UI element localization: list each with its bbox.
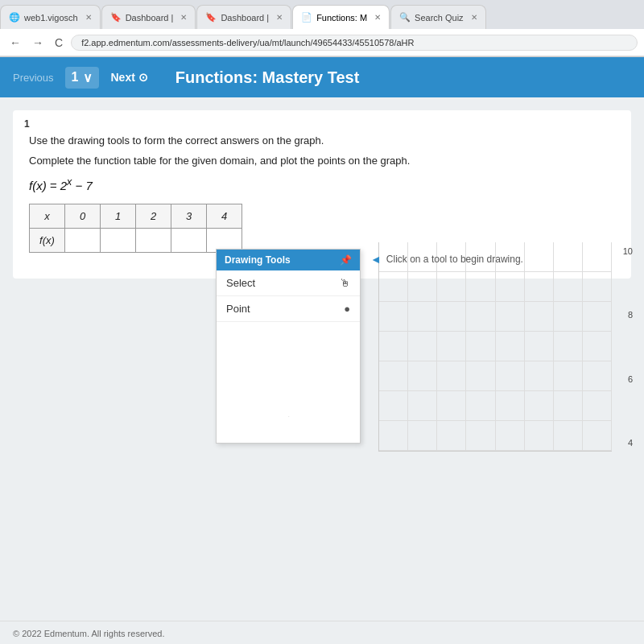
- grid-cell: [583, 391, 612, 421]
- table-header-x: x: [30, 204, 65, 229]
- grid-cell: [466, 421, 495, 451]
- browser-tab-tab2[interactable]: 🔖Dashboard |✕: [101, 5, 196, 29]
- click-hint: ◄ Click on a tool to begin drawing.: [370, 253, 523, 266]
- table-fx-label: f(x): [30, 229, 65, 253]
- grid-cell: [496, 272, 525, 302]
- grid-cell: [496, 332, 525, 361]
- tab-icon: 🔍: [399, 12, 411, 23]
- forward-button[interactable]: →: [29, 35, 47, 51]
- tab-close-icon[interactable]: ✕: [85, 13, 92, 22]
- body-text: Complete the function table for the give…: [29, 155, 615, 167]
- tab-icon: 🔖: [110, 12, 122, 23]
- next-label: Next: [110, 71, 134, 84]
- tab-icon: 🌐: [9, 12, 20, 23]
- grid-cell: [408, 332, 437, 361]
- question-number-label: 1: [72, 70, 79, 85]
- grid-cell: [437, 332, 466, 361]
- grid-cell: [496, 421, 525, 451]
- graph-canvas[interactable]: [378, 242, 612, 452]
- grid-cell: [496, 302, 525, 332]
- drawing-tools-title: Drawing Tools: [225, 254, 291, 266]
- select-tool[interactable]: Select 🖱: [217, 270, 360, 296]
- previous-button[interactable]: Previous: [13, 72, 54, 84]
- drawing-tools-panel: Drawing Tools 📌 Select 🖱 Point ● ·: [216, 249, 361, 444]
- grid-cell: [379, 361, 408, 391]
- grid-cell: [379, 332, 408, 361]
- grid-cell: [437, 391, 466, 421]
- tab-label: Search Quiz: [415, 13, 464, 23]
- grid-cell: [466, 302, 495, 332]
- table-header-1: 1: [101, 204, 136, 229]
- address-input[interactable]: [71, 35, 638, 51]
- grid-cell: [583, 302, 612, 332]
- table-header-0: 0: [65, 204, 101, 229]
- grid-cell: [583, 272, 612, 302]
- back-button[interactable]: ←: [6, 35, 24, 51]
- grid-lines: [379, 242, 612, 451]
- grid-cell: [525, 302, 554, 332]
- next-icon: ⊙: [138, 71, 148, 84]
- function-table: x 0 1 2 3 4 f(x): [29, 204, 242, 253]
- tabs-bar: 🌐web1.vigosch✕🔖Dashboard |✕🔖Dashboard |✕…: [0, 0, 644, 29]
- grid-cell: [437, 361, 466, 391]
- grid-cell: [525, 361, 554, 391]
- tab-label: web1.vigosch: [24, 13, 78, 23]
- browser-tab-tab4[interactable]: 📄Functions: M✕: [292, 5, 390, 29]
- tab-close-icon[interactable]: ✕: [374, 13, 381, 22]
- table-header-3: 3: [171, 204, 207, 229]
- table-cell-fx3[interactable]: [171, 229, 207, 253]
- grid-cell: [379, 421, 408, 451]
- grid-cell: [437, 421, 466, 451]
- grid-cell: [466, 272, 495, 302]
- drawing-tools-header: Drawing Tools 📌: [217, 250, 360, 270]
- tab-label: Dashboard |: [126, 13, 174, 23]
- question-number: 1: [24, 118, 30, 130]
- grid-cell: [437, 272, 466, 302]
- grid-cell: [466, 361, 495, 391]
- tab-close-icon[interactable]: ✕: [180, 13, 187, 22]
- next-button[interactable]: Next ⊙: [110, 71, 147, 84]
- grid-cell: [525, 391, 554, 421]
- grid-cell: [525, 332, 554, 361]
- question-number-selector[interactable]: 1 ∨: [65, 67, 100, 89]
- table-cell-fx1[interactable]: [101, 229, 136, 253]
- tab-close-icon[interactable]: ✕: [471, 13, 477, 22]
- point-tool[interactable]: Point ●: [217, 296, 360, 322]
- grid-cell: [583, 421, 612, 451]
- table-header-2: 2: [136, 204, 171, 229]
- tab-icon: 🔖: [205, 12, 217, 23]
- formula-display: f(x) = 2x − 7: [29, 176, 615, 192]
- browser-tab-tab5[interactable]: 🔍Search Quiz✕: [390, 5, 486, 29]
- y-label-4: 4: [628, 438, 633, 448]
- instruction-text: Use the drawing tools to form the correc…: [29, 134, 615, 147]
- grid-cell: [408, 302, 437, 332]
- table-cell-fx0[interactable]: [65, 229, 101, 253]
- grid-cell: [583, 242, 612, 272]
- y-label-8: 8: [628, 310, 633, 320]
- grid-cell: [379, 302, 408, 332]
- pin-icon: 📌: [340, 254, 352, 266]
- address-bar: ← → C: [0, 29, 644, 56]
- grid-cell: [554, 242, 583, 272]
- grid-cell: [554, 391, 583, 421]
- select-tool-label: Select: [226, 277, 255, 289]
- grid-cell: [466, 391, 495, 421]
- grid-cell: [379, 391, 408, 421]
- grid-cell: [583, 332, 612, 361]
- grid-cell: [554, 361, 583, 391]
- chevron-down-icon: ∨: [83, 70, 93, 85]
- grid-cell: [408, 421, 437, 451]
- grid-cell: [525, 272, 554, 302]
- cursor-icon: 🖱: [340, 277, 350, 289]
- grid-cell: [379, 272, 408, 302]
- graph-y-labels: 10 8 6 4: [612, 242, 636, 452]
- page-title: Functions: Mastery Test: [175, 68, 360, 87]
- grid-cell: [408, 361, 437, 391]
- tab-label: Dashboard |: [221, 13, 269, 23]
- browser-tab-tab3[interactable]: 🔖Dashboard |✕: [196, 5, 291, 29]
- grid-cell: [408, 272, 437, 302]
- tab-close-icon[interactable]: ✕: [276, 13, 283, 22]
- browser-tab-tab1[interactable]: 🌐web1.vigosch✕: [0, 5, 101, 29]
- reload-button[interactable]: C: [52, 35, 66, 51]
- table-cell-fx2[interactable]: [136, 229, 171, 253]
